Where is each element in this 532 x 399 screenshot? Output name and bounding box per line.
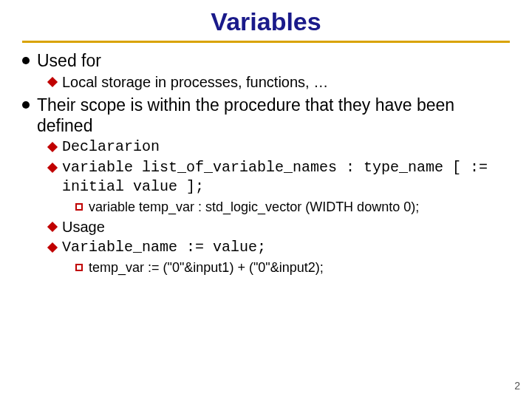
diamond-bullet-icon [47, 222, 58, 232]
square-bullet-icon [75, 203, 83, 211]
diamond-bullet-icon [47, 142, 58, 152]
disc-bullet-icon [22, 57, 30, 64]
list-item-text: Declararion [62, 137, 160, 157]
list-item-text: Local storage in processes, functions, … [62, 72, 328, 92]
slide-title: Variables [22, 7, 510, 36]
title-divider [22, 41, 510, 43]
list-item: Usage [49, 217, 510, 236]
list-item-text: Used for [37, 50, 101, 71]
diamond-bullet-icon [47, 242, 58, 253]
list-item: Declararion [49, 137, 510, 157]
list-item-text: Their scope is within the procedure that… [37, 95, 510, 136]
list-item: Their scope is within the procedure that… [22, 95, 510, 136]
disc-bullet-icon [22, 101, 30, 109]
list-item-text: temp_var := ("0"&input1) + ("0"&input2); [89, 259, 324, 276]
list-item: variable temp_var : std_logic_vector (WI… [75, 198, 510, 216]
list-item: Variable_name := value; [49, 238, 510, 257]
list-item-text: variable temp_var : std_logic_vector (WI… [89, 198, 419, 216]
page-number: 2 [514, 380, 520, 392]
list-item: Local storage in processes, functions, … [49, 72, 510, 92]
list-item: variable list_of_variable_names : type_n… [49, 158, 510, 197]
diamond-bullet-icon [47, 163, 58, 173]
diamond-bullet-icon [47, 77, 58, 87]
list-item: temp_var := ("0"&input1) + ("0"&input2); [75, 259, 510, 276]
square-bullet-icon [75, 264, 83, 271]
list-item-text: Variable_name := value; [62, 238, 266, 257]
list-item-text: Usage [62, 217, 105, 236]
slide-body: Used forLocal storage in processes, func… [22, 50, 510, 276]
list-item-text: variable list_of_variable_names : type_n… [62, 158, 510, 197]
list-item: Used for [22, 50, 510, 71]
